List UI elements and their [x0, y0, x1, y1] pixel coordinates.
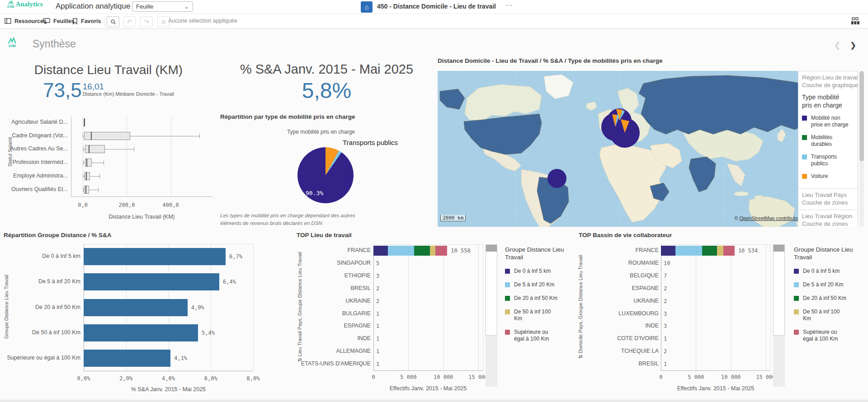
smart-search-button[interactable]	[107, 16, 119, 27]
box[interactable]	[84, 186, 89, 194]
map-bubble-brazil[interactable]	[547, 169, 566, 188]
legend-swatch	[794, 269, 799, 274]
legend-item[interactable]: De 50 à inf 100 Km	[505, 309, 565, 322]
home-button[interactable]: ⌂	[361, 1, 373, 13]
country-label[interactable]: LUXEMBOURG	[572, 310, 659, 317]
boxplot-category-label[interactable]: Cadre Dirigeant (Vot...	[0, 132, 68, 139]
legend-item[interactable]: De 0 à Inf 5 km	[794, 268, 854, 275]
country-label[interactable]: SINGAPOUR	[294, 260, 371, 266]
scrollbar-thumb[interactable]	[859, 71, 864, 161]
scroll-track[interactable]	[486, 336, 497, 387]
map-legend-layer-region[interactable]: Lieu Travail Région Couche de zones	[798, 210, 858, 227]
stacked-segment[interactable]	[373, 246, 388, 256]
legend-item[interactable]: De 5 à inf 20 Km	[794, 281, 854, 288]
country-label[interactable]: ETHIOPIE	[294, 272, 371, 279]
bar-category-label[interactable]: De 50 à inf 100 Km	[0, 329, 80, 336]
next-sheet-button[interactable]: ❯	[850, 41, 856, 50]
stacked-segment[interactable]	[388, 246, 414, 256]
stacked-segment[interactable]	[435, 246, 447, 256]
bar-category-label[interactable]: De 0 à Inf 5 km	[0, 253, 80, 259]
bar[interactable]	[84, 324, 198, 341]
bar-category-label[interactable]: Supérieure ou égal à 100 Km	[0, 355, 80, 361]
legend-item[interactable]: De 50 à inf 100 Km	[794, 309, 854, 322]
bar[interactable]	[84, 350, 170, 367]
map-legend-layer-pays[interactable]: Lieu Travail Pays Couche de zones	[798, 189, 858, 210]
sheet-grid-icon[interactable]	[851, 17, 860, 27]
country-label[interactable]: ESPAGNE	[572, 285, 659, 291]
country-label[interactable]: ETATS-UNIS D'AMERIQUE	[294, 360, 371, 367]
country-label[interactable]: ALLEMAGNE	[294, 348, 371, 354]
country-label[interactable]: ROUMANIE	[572, 260, 659, 266]
chart-minimap[interactable]	[486, 244, 497, 336]
legend-item[interactable]: De 5 à inf 20 Km	[505, 281, 565, 288]
more-menu-button[interactable]: ⋯	[505, 1, 514, 9]
legend-item[interactable]: De 20 à inf 50 Km	[794, 295, 854, 302]
bottom-scroll-strip[interactable]	[0, 400, 868, 402]
map-legend-items: Mobilité non prise en chargeMobilités du…	[802, 115, 854, 180]
box[interactable]	[85, 172, 90, 180]
country-label[interactable]: COTE D'IVOIRE	[572, 335, 659, 341]
bar-category-label[interactable]: De 20 à inf 50 Km	[0, 304, 80, 310]
bar[interactable]	[84, 273, 219, 290]
kpi-distance-panel[interactable]: Distance Lieu Travail (KM) 73,5 16,01 Di…	[0, 56, 217, 115]
bar-chart-panel[interactable]: Répartition Groupe Distance / % S&A Grou…	[0, 228, 294, 402]
map-legend-item[interactable]: Mobilités durables	[802, 134, 854, 148]
box[interactable]	[85, 145, 105, 153]
country-label[interactable]: BRESIL	[294, 285, 371, 291]
undo-button[interactable]: ↶	[123, 16, 136, 27]
redo-button[interactable]: ↷	[140, 16, 153, 27]
bar[interactable]	[84, 299, 188, 316]
boxplot-category-label[interactable]: Agriculteur Salarié D...	[0, 119, 68, 125]
legend-item[interactable]: De 20 à inf 50 Km	[505, 295, 565, 302]
map-canvas[interactable]: 2000 km © OpenStreetMap contributors	[438, 71, 806, 227]
stacked-segment[interactable]	[723, 246, 735, 256]
top-lieu-panel[interactable]: TOP Lieu de travail ⇅ Lieu Travail Pays,…	[294, 228, 572, 402]
boxplot-category-label[interactable]: Ouvriers Qualifiés Et...	[0, 186, 68, 192]
country-label[interactable]: INDE	[294, 335, 371, 341]
prev-sheet-button[interactable]: ❮	[834, 41, 840, 50]
top-bassin-panel[interactable]: TOP Bassin de vie collaborateur ⇅ Domici…	[572, 228, 868, 402]
resources-button[interactable]: Ressources	[5, 14, 47, 28]
country-label[interactable]: INDE	[572, 323, 659, 329]
bar-category-label[interactable]: De 5 à inf 20 Km	[0, 278, 80, 285]
country-label[interactable]: BRESIL	[572, 360, 659, 367]
country-label[interactable]: FRANCE	[572, 247, 659, 253]
country-label[interactable]: UKRAINE	[572, 298, 659, 304]
boxplot-category-label[interactable]: Employé Administra...	[0, 173, 68, 179]
whisker-high	[131, 136, 199, 136]
country-label[interactable]: BULGARIE	[294, 310, 371, 317]
stacked-segment[interactable]	[702, 246, 717, 256]
country-label[interactable]: BELGIQUE	[572, 272, 659, 279]
sheets-button[interactable]: Feuilles	[43, 14, 75, 28]
legend-item[interactable]: Supérieure ou égal à 100 Km	[794, 329, 854, 342]
map-legend-item[interactable]: Transports publics	[802, 154, 854, 167]
stacked-segment[interactable]	[430, 246, 435, 256]
map-legend-scrollbar[interactable]	[859, 71, 864, 227]
bar[interactable]	[84, 248, 226, 265]
chart-minimap[interactable]	[773, 244, 785, 336]
boxplot-chart[interactable]: Statut Salarié 0,0200,0400,0Agriculteur …	[0, 115, 217, 228]
favorites-button[interactable]: Favoris	[72, 14, 101, 28]
country-label[interactable]: FRANCE	[294, 247, 371, 253]
country-label[interactable]: ESPAGNE	[294, 323, 371, 329]
stacked-segment[interactable]	[675, 246, 702, 256]
country-label[interactable]: UKRAINE	[294, 298, 371, 304]
stacked-segment[interactable]	[717, 246, 723, 256]
osm-link[interactable]: OpenStreetMap contributors	[740, 215, 802, 221]
map-legend-item[interactable]: Voiture	[802, 173, 854, 180]
map-legend-item[interactable]: Mobilité non prise en charge	[802, 115, 854, 128]
map-legend-layer-graph[interactable]: Région Lieu de travail Couche de graphiq…	[798, 71, 858, 189]
legend-item[interactable]: Supérieure ou égal à 100 Km	[505, 329, 565, 342]
country-label[interactable]: TCHEQUIE LA	[572, 348, 659, 354]
sheet-selector[interactable]: Feuille ⌄	[132, 1, 193, 12]
legend-item[interactable]: De 0 à Inf 5 km	[505, 268, 565, 275]
stacked-segment[interactable]	[414, 246, 430, 256]
brand-logo[interactable]: D2BI Analytics	[7, 0, 43, 8]
minimap-thumb[interactable]	[774, 245, 784, 252]
boxplot-category-label[interactable]: Profession Interméd...	[0, 159, 68, 165]
sheets-icon	[43, 18, 50, 24]
stacked-segment[interactable]	[661, 246, 675, 256]
scroll-track[interactable]	[773, 336, 785, 387]
minimap-thumb[interactable]	[486, 245, 497, 252]
boxplot-category-label[interactable]: Autres Cadres Au Se...	[0, 145, 68, 152]
